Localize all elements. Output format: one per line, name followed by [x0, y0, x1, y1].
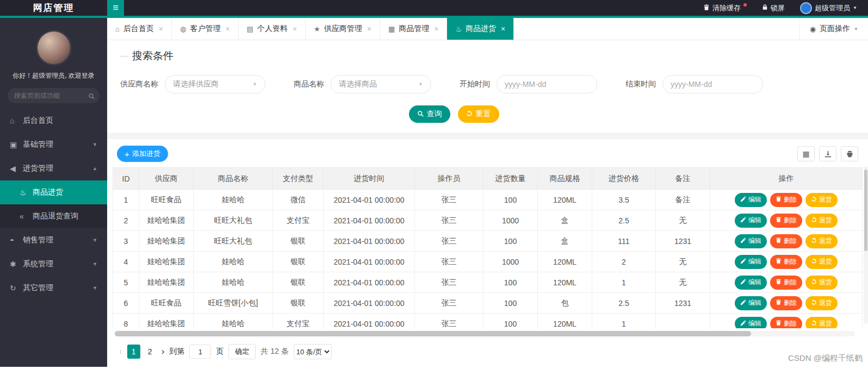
- close-icon[interactable]: ×: [367, 24, 371, 33]
- sidebar-item[interactable]: ▣基础管理▼: [0, 133, 107, 157]
- pencil-icon: [740, 196, 746, 204]
- confirm-button[interactable]: 确定: [228, 344, 256, 359]
- edit-button[interactable]: 编辑: [735, 234, 767, 248]
- sidebar-item[interactable]: ◀进货管理▲: [0, 157, 107, 180]
- close-icon[interactable]: ×: [225, 24, 230, 33]
- per-page-select[interactable]: 10 条/页: [294, 344, 332, 359]
- edit-button[interactable]: 编辑: [735, 296, 767, 310]
- refund-button[interactable]: 退货: [805, 214, 838, 228]
- goto-page-input[interactable]: [189, 345, 211, 359]
- table-cell: 3: [113, 231, 139, 252]
- delete-button[interactable]: 删除: [770, 276, 802, 290]
- search-icon: [417, 110, 424, 118]
- table-cell: 娃哈哈集团: [139, 231, 194, 252]
- table-cell: 2.5: [592, 293, 656, 314]
- next-page-button[interactable]: ›: [162, 346, 165, 357]
- tab-label: 商品进货: [466, 24, 496, 34]
- supplier-select[interactable]: 请选择供应商 ▼: [165, 75, 265, 93]
- tab-item[interactable]: ⌂后台首页×: [107, 18, 172, 40]
- query-button[interactable]: 查询: [409, 105, 450, 123]
- trash-icon: [776, 196, 782, 204]
- gear-icon: ✱: [10, 260, 23, 268]
- end-date-input[interactable]: [662, 75, 763, 93]
- data-table-viewport: ID供应商商品名称支付类型进货时间操作员进货数量商品规格进货价格备注操作 1旺旺…: [113, 167, 863, 328]
- add-purchase-button[interactable]: + 添加进货: [117, 146, 168, 162]
- page-number-button[interactable]: 1: [127, 345, 140, 359]
- delete-button[interactable]: 删除: [770, 193, 802, 207]
- table-cell: 娃哈哈集团: [139, 314, 194, 329]
- tab-item[interactable]: ▦商品管理×: [380, 18, 447, 40]
- lock-screen-button[interactable]: 锁屏: [762, 3, 785, 13]
- delete-button[interactable]: 删除: [770, 317, 802, 329]
- table-cell: 盒: [538, 231, 592, 252]
- return-icon: [811, 237, 817, 245]
- refund-button[interactable]: 退货: [805, 234, 838, 248]
- circle-arrow-icon: ↻: [10, 284, 23, 292]
- edit-button[interactable]: 编辑: [735, 317, 767, 329]
- watermark-text: CSDN @编程千纸鹤: [788, 353, 863, 364]
- tab-label: 客户管理: [190, 24, 220, 34]
- return-icon: [811, 299, 817, 307]
- sidebar-item[interactable]: ♨商品进货: [0, 180, 107, 204]
- close-icon[interactable]: ×: [434, 24, 438, 33]
- delete-button[interactable]: 删除: [770, 214, 802, 228]
- table-cell: 120ML: [538, 252, 592, 272]
- clear-cache-button[interactable]: 清除缓存: [703, 3, 747, 13]
- edit-button[interactable]: 编辑: [735, 193, 767, 207]
- sidebar-item[interactable]: ◓销售管理▼: [0, 228, 107, 252]
- close-icon[interactable]: ×: [293, 24, 297, 33]
- actions-cell: 编辑删除退货: [710, 231, 863, 252]
- pencil-icon: [740, 320, 746, 328]
- user-avatar[interactable]: [36, 30, 72, 66]
- delete-button[interactable]: 删除: [770, 234, 802, 248]
- refund-button[interactable]: 退货: [805, 193, 838, 207]
- tab-item[interactable]: ♨商品进货×: [447, 18, 514, 40]
- refund-button[interactable]: 退货: [805, 255, 838, 269]
- plus-icon: +: [125, 149, 129, 159]
- tab-item[interactable]: ▤个人资料×: [239, 18, 306, 40]
- tab-item[interactable]: ◍客户管理×: [172, 18, 239, 40]
- table-cell: 2.5: [592, 210, 656, 231]
- sidebar-item[interactable]: ✱系统管理▼: [0, 252, 107, 276]
- star-icon: ★: [314, 25, 320, 33]
- edit-button[interactable]: 编辑: [735, 214, 767, 228]
- product-select[interactable]: 请选择商品 ▼: [331, 75, 431, 93]
- print-icon[interactable]: [841, 146, 858, 161]
- delete-button[interactable]: 删除: [770, 255, 802, 269]
- menu-toggle-button[interactable]: ≡: [107, 0, 124, 16]
- table-cell: 100: [483, 293, 538, 314]
- refund-button[interactable]: 退货: [805, 276, 838, 290]
- column-header: 进货价格: [592, 168, 656, 190]
- table-cell: 1000: [483, 210, 538, 231]
- actions-cell: 编辑删除退货: [710, 314, 863, 329]
- vertical-scrollbar[interactable]: [864, 166, 868, 324]
- column-header: ID: [113, 168, 139, 190]
- refund-button[interactable]: 退货: [805, 317, 838, 329]
- table-cell: 2: [113, 210, 139, 231]
- close-icon[interactable]: ×: [159, 24, 163, 33]
- horizontal-scrollbar[interactable]: [115, 331, 855, 336]
- sidebar-item[interactable]: ↻其它管理▼: [0, 276, 107, 300]
- edit-button[interactable]: 编辑: [735, 276, 767, 290]
- search-icon: [88, 92, 95, 102]
- admin-menu[interactable]: 超级管理员 ▼: [800, 2, 857, 14]
- table-section: + 添加进货 ▦ ID供应商商品名称支付类型进货时间操作员进货数量商品规格进货价…: [107, 139, 868, 367]
- reset-button[interactable]: 重置: [458, 105, 499, 123]
- chevron-icon: ▼: [92, 237, 97, 243]
- close-icon[interactable]: ×: [501, 24, 505, 33]
- column-toggle-icon[interactable]: ▦: [797, 146, 815, 161]
- sidebar-item[interactable]: «商品退货查询: [0, 204, 107, 228]
- start-date-input[interactable]: [497, 75, 597, 93]
- prev-page-button[interactable]: ‹: [119, 346, 122, 357]
- page-number-button[interactable]: 2: [144, 345, 157, 359]
- table-cell: 8: [113, 314, 139, 329]
- refund-button[interactable]: 退货: [805, 296, 838, 310]
- table-cell: 无: [656, 272, 710, 293]
- tab-item[interactable]: ★供应商管理×: [306, 18, 380, 40]
- delete-button[interactable]: 删除: [770, 296, 802, 310]
- sidebar-search-input[interactable]: [8, 88, 100, 103]
- page-actions-button[interactable]: ◉ 页面操作 ▼: [799, 18, 868, 40]
- edit-button[interactable]: 编辑: [735, 255, 767, 269]
- table-cell: 张三: [415, 272, 483, 293]
- export-icon[interactable]: [819, 146, 836, 161]
